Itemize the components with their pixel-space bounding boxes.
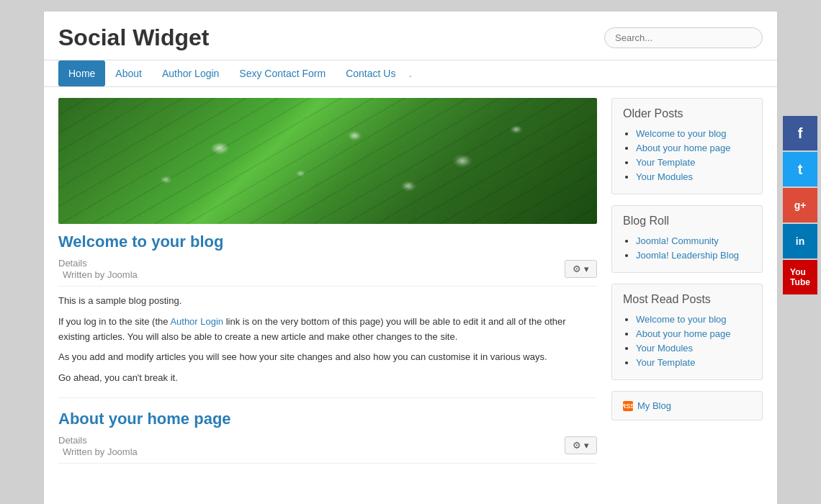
list-item: Joomla! Leadership Blog: [636, 249, 751, 261]
article-1-para-3: As you add and modify articles you will …: [58, 350, 597, 365]
list-item: About your home page: [636, 328, 751, 339]
dropdown-arrow-icon: ▾: [584, 264, 589, 274]
nav-item-contact-us[interactable]: Contact Us: [336, 60, 405, 86]
article-2-meta: Details Written by Joomla ⚙ ▾: [58, 434, 597, 464]
search-input[interactable]: [604, 27, 763, 48]
article-1-details-label: Details: [58, 258, 87, 269]
list-item: Your Modules: [636, 171, 751, 182]
article-2-meta-info: Details Written by Joomla: [58, 434, 138, 457]
header: Social Widget: [44, 12, 777, 60]
list-item: Your Modules: [636, 342, 751, 354]
gear-icon-2: ⚙: [573, 440, 581, 451]
youtube-button[interactable]: YouTube: [783, 260, 817, 294]
older-post-link-3[interactable]: Your Template: [636, 157, 695, 168]
article-1-meta-info: Details Written by Joomla: [58, 257, 138, 280]
site-title: Social Widget: [58, 24, 210, 51]
facebook-button[interactable]: f: [783, 116, 817, 150]
rss-label: My Blog: [637, 400, 671, 411]
linkedin-button[interactable]: in: [783, 224, 817, 258]
list-item: Welcome to your blog: [636, 127, 751, 139]
facebook-icon: f: [798, 125, 803, 142]
older-posts-title: Older Posts: [623, 107, 751, 120]
article-1-para-2: If you log in to the site (the Author Lo…: [58, 315, 597, 345]
list-item: Your Template: [636, 156, 751, 168]
sidebar: Older Posts Welcome to your blog About y…: [611, 98, 763, 471]
older-post-link-2[interactable]: About your home page: [636, 143, 731, 153]
rss-link[interactable]: RSS My Blog: [623, 400, 751, 411]
article-1-para-4: Go ahead, you can't break it.: [58, 371, 597, 386]
youtube-icon: YouTube: [790, 267, 810, 287]
most-read-link-1[interactable]: Welcome to your blog: [636, 314, 727, 325]
most-read-link-3[interactable]: Your Modules: [636, 343, 693, 354]
googleplus-button[interactable]: g+: [783, 188, 817, 222]
list-item: Welcome to your blog: [636, 313, 751, 325]
social-sidebar: f t g+ in YouTube: [783, 116, 817, 294]
most-read-box: Most Read Posts Welcome to your blog Abo…: [611, 284, 763, 380]
content-area: Welcome to your blog Details Written by …: [58, 98, 597, 471]
article-2-author: Written by Joomla: [63, 446, 138, 457]
article-2-title[interactable]: About your home page: [58, 410, 597, 428]
gear-icon: ⚙: [573, 264, 581, 274]
dropdown-arrow-icon-2: ▾: [584, 440, 589, 451]
author-login-link[interactable]: Author Login: [170, 316, 223, 327]
nav-item-home[interactable]: Home: [58, 60, 105, 86]
nav-item-about[interactable]: About: [105, 60, 152, 86]
article-1-para-1: This is a sample blog posting.: [58, 294, 597, 309]
older-posts-box: Older Posts Welcome to your blog About y…: [611, 98, 763, 194]
nav-item-sexy-contact-form[interactable]: Sexy Contact Form: [229, 60, 336, 86]
blog-roll-list: Joomla! Community Joomla! Leadership Blo…: [623, 235, 751, 261]
article-divider: [58, 397, 597, 398]
blog-roll-title: Blog Roll: [623, 215, 751, 228]
hero-image: [58, 98, 597, 224]
rss-box: RSS My Blog: [611, 391, 763, 420]
list-item: Joomla! Community: [636, 235, 751, 246]
older-posts-list: Welcome to your blog About your home pag…: [623, 127, 751, 182]
twitter-icon: t: [798, 161, 803, 178]
blog-roll-link-1[interactable]: Joomla! Community: [636, 235, 719, 246]
googleplus-icon: g+: [794, 199, 807, 211]
twitter-button[interactable]: t: [783, 152, 817, 186]
list-item: Your Template: [636, 356, 751, 368]
older-post-link-1[interactable]: Welcome to your blog: [636, 128, 727, 139]
main-content: Welcome to your blog Details Written by …: [44, 87, 777, 482]
older-post-link-4[interactable]: Your Modules: [636, 171, 693, 182]
nav-more-indicator: .: [408, 67, 411, 80]
nav-item-author-login[interactable]: Author Login: [152, 60, 229, 86]
most-read-link-4[interactable]: Your Template: [636, 357, 695, 368]
rss-icon: RSS: [623, 401, 633, 411]
list-item: About your home page: [636, 142, 751, 153]
article-2-gear-button[interactable]: ⚙ ▾: [565, 436, 597, 454]
most-read-list: Welcome to your blog About your home pag…: [623, 313, 751, 368]
navigation: Home About Author Login Sexy Contact For…: [44, 60, 777, 87]
article-1-gear-button[interactable]: ⚙ ▾: [565, 260, 597, 278]
article-1-meta: Details Written by Joomla ⚙ ▾: [58, 257, 597, 287]
linkedin-icon: in: [796, 235, 804, 247]
article-1-body: This is a sample blog posting. If you lo…: [58, 294, 597, 386]
article-1-title[interactable]: Welcome to your blog: [58, 233, 597, 251]
most-read-title: Most Read Posts: [623, 293, 751, 306]
blog-roll-box: Blog Roll Joomla! Community Joomla! Lead…: [611, 205, 763, 273]
article-2-details-label: Details: [58, 435, 87, 446]
blog-roll-link-2[interactable]: Joomla! Leadership Blog: [636, 250, 739, 261]
most-read-link-2[interactable]: About your home page: [636, 328, 731, 339]
article-1-author: Written by Joomla: [63, 269, 138, 280]
